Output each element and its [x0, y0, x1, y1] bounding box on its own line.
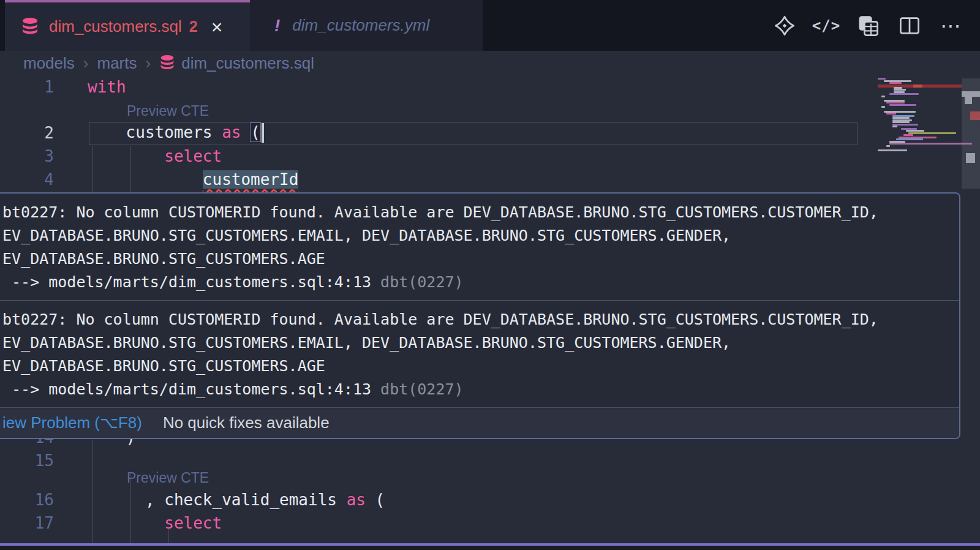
chevron-right-icon: › [146, 54, 151, 73]
line-number: 17 [0, 514, 54, 532]
code-token [88, 514, 164, 532]
no-quick-fixes-text: No quick fixes available [163, 413, 330, 432]
code-line-17[interactable]: 17 select [0, 511, 980, 535]
minimap-code-line [889, 143, 972, 145]
code-token [88, 147, 164, 165]
breadcrumb-filename: dim_customers.sql [181, 54, 314, 73]
tab-dim-customers-yml[interactable]: ! dim_customers.yml [250, 0, 483, 51]
codelens-row: Preview CTE [0, 99, 980, 121]
overview-ruler-mark [965, 97, 972, 104]
minimap-code-line [878, 149, 907, 151]
minimap-code-line [889, 104, 916, 106]
breadcrumb-marts[interactable]: marts [97, 54, 137, 73]
editor-actions: </> ⋯ [773, 0, 963, 51]
query-results-table-icon[interactable] [856, 14, 880, 37]
tab-label: dim_customers.yml [292, 16, 429, 35]
minimap-code-line [878, 78, 886, 80]
code-rows-bottom: 14 ) 15 Preview CTE 16 , check_valid_ema… [0, 426, 980, 535]
line-number: 16 [0, 491, 54, 509]
error-code: dbt(0227) [380, 273, 463, 291]
minimap-code-line [892, 126, 897, 127]
error-message-block: bt0227: No column CUSTOMERID found. Avai… [0, 301, 959, 408]
split-editor-icon[interactable] [898, 14, 921, 37]
error-text: bt0227: No column CUSTOMERID found. Avai… [2, 201, 949, 224]
code-line-15[interactable]: 15 [0, 449, 980, 472]
minimap-code-line [896, 138, 923, 140]
scrollbar-overview-ruler [962, 75, 980, 550]
code-token: select [164, 147, 222, 165]
overview-ruler-mark [970, 111, 980, 120]
codelens-row: Preview CTE [0, 472, 980, 488]
error-location: --> models/marts/dim_customers.sql:4:13 [2, 380, 380, 398]
indent-guide [130, 146, 131, 192]
database-icon [159, 55, 175, 72]
line-number: 4 [0, 170, 54, 189]
code-line-3[interactable]: 3 select [0, 145, 980, 168]
editor-window: dim_customers.sql 2 × ! dim_customers.ym… [0, 0, 980, 550]
line-number: 2 [0, 124, 54, 142]
minimap-code-line [894, 89, 906, 91]
code-token: select [164, 514, 222, 532]
minimap-code-line [906, 130, 924, 132]
chevron-right-icon: › [83, 54, 89, 73]
code-token: as [222, 123, 241, 141]
view-problem-link[interactable]: iew Problem (⌥F8) [2, 413, 142, 432]
error-text: EV_DATABASE.BRUNO.STG_CUSTOMERS.AGE [2, 355, 949, 378]
minimap-code-line [881, 106, 885, 108]
minimap-code-line [889, 93, 919, 95]
line-number: 3 [0, 147, 54, 165]
tab-label: dim_customers.sql [49, 17, 182, 36]
error-text: EV_DATABASE.BRUNO.STG_CUSTOMERS.EMAIL, D… [2, 224, 949, 247]
text-cursor [262, 123, 264, 143]
line-number: 1 [0, 78, 54, 96]
code-token: ( [366, 491, 385, 509]
compile-code-icon[interactable]: </> [815, 14, 838, 37]
code-line-1[interactable]: 1 with [0, 75, 980, 99]
preview-cte-codelens[interactable]: Preview CTE [127, 103, 209, 119]
minimap-code-line [886, 102, 905, 104]
overview-ruler-mark [962, 91, 980, 97]
code-line-2[interactable]: 2 customers as ( [0, 121, 980, 145]
error-text: EV_DATABASE.BRUNO.STG_CUSTOMERS.AGE [2, 247, 949, 271]
dbt-logo-icon[interactable] [773, 14, 796, 37]
window-bottom-strip [0, 546, 980, 550]
database-icon [21, 17, 39, 37]
minimap-error-word [913, 85, 922, 88]
preview-cte-codelens[interactable]: Preview CTE [127, 470, 209, 486]
tab-modified-badge: 2 [189, 18, 198, 36]
error-message-block: bt0227: No column CUSTOMERID found. Avai… [0, 194, 959, 301]
overview-ruler-mark [966, 153, 975, 163]
code-token [241, 123, 251, 141]
breadcrumb: models › marts › dim_customers.sql [0, 51, 980, 75]
error-code: dbt(0227) [380, 380, 463, 398]
code-token: , check_valid_emails [88, 491, 347, 509]
error-location: --> models/marts/dim_customers.sql:4:13 [2, 273, 380, 291]
code-token: as [347, 491, 366, 509]
minimap-code-line [892, 121, 910, 123]
breadcrumb-file[interactable]: dim_customers.sql [159, 54, 314, 73]
code-token: with [88, 78, 126, 96]
error-text: EV_DATABASE.BRUNO.STG_CUSTOMERS.EMAIL, D… [2, 331, 949, 355]
error-text: bt0227: No column CUSTOMERID found. Avai… [2, 308, 949, 331]
breadcrumb-models[interactable]: models [23, 54, 75, 73]
code-token [88, 170, 203, 189]
warning-exclamation-icon: ! [274, 16, 280, 36]
minimap-code-line [889, 82, 902, 84]
line-number: 15 [0, 451, 54, 470]
code-line-16[interactable]: 16 , check_valid_emails as ( [0, 488, 980, 511]
code-line-4[interactable]: 4 customerId [0, 168, 980, 191]
minimap-code-line [903, 134, 913, 136]
bracket-match: ( [251, 123, 260, 141]
more-actions-icon[interactable]: ⋯ [940, 14, 963, 37]
error-token: customerId [203, 170, 299, 189]
minimap-code-line [886, 145, 890, 147]
hover-footer: iew Problem (⌥F8) No quick fixes availab… [0, 408, 959, 438]
minimap-code-line [881, 96, 885, 97]
tab-dim-customers-sql[interactable]: dim_customers.sql 2 × [5, 0, 250, 51]
close-icon[interactable]: × [211, 17, 223, 37]
indent-guide [92, 146, 93, 192]
code-token: customers [88, 123, 222, 141]
minimap-code-line [908, 132, 956, 134]
error-hover-tooltip: bt0227: No column CUSTOMERID found. Avai… [0, 192, 960, 439]
minimap-code-line [892, 117, 910, 119]
